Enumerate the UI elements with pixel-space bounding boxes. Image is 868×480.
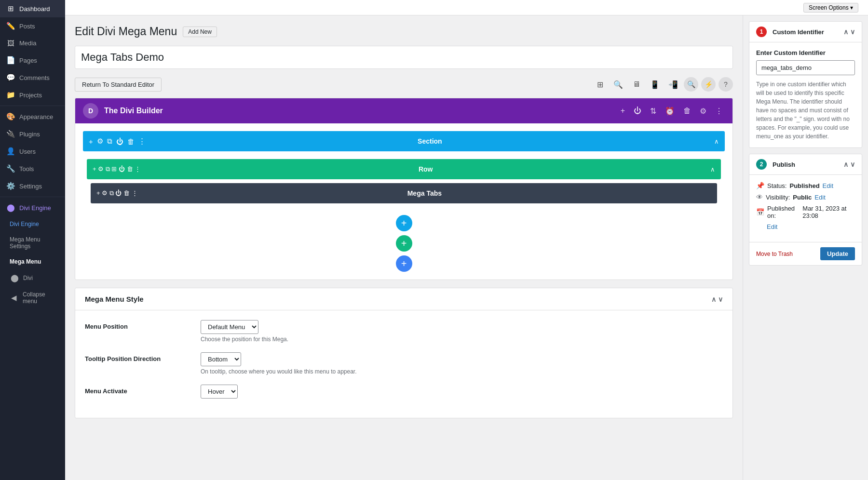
row-add-icon[interactable]: +: [93, 165, 96, 173]
row-duplicate-icon[interactable]: ⧉: [106, 165, 110, 173]
page-header: Edit Divi Mega Menu Add New: [75, 25, 733, 38]
sidebar-item-tools[interactable]: 🔧 Tools: [0, 160, 65, 177]
custom-identifier-box: 1 Custom Identifier ∧ ∨ Enter Custom Ide…: [749, 21, 862, 148]
sidebar-item-dashboard[interactable]: ⊞ Dashboard: [0, 0, 65, 17]
module-more-icon[interactable]: ⋮: [132, 189, 138, 197]
section-trash-icon[interactable]: 🗑: [127, 137, 135, 146]
visibility-icon: 👁: [756, 193, 763, 201]
arrows-icon[interactable]: ⇅: [648, 105, 658, 118]
row-chevron-icon[interactable]: ∧: [710, 166, 715, 173]
tooltip-position-row: Tooltip Position Direction Bottom On too…: [85, 352, 723, 375]
row-columns-icon[interactable]: ⊞: [111, 165, 117, 173]
divi-builder-title: The Divi Builder: [104, 107, 613, 115]
visibility-row: 👁 Visibility: Public Edit: [756, 193, 855, 201]
content-wrap: Edit Divi Mega Menu Add New Return To St…: [65, 15, 868, 480]
grid-icon[interactable]: ⊞: [592, 77, 608, 92]
visibility-edit-link[interactable]: Edit: [814, 194, 825, 201]
sidebar-item-divi-engine[interactable]: ⬤ Divi Engine: [0, 199, 65, 216]
sidebar-item-divi-engine-sub[interactable]: Divi Engine: [0, 216, 65, 232]
sidebar-item-pages[interactable]: 📄 Pages: [0, 52, 65, 69]
tablet-icon[interactable]: 📱: [647, 77, 663, 92]
mega-menu-style-toggle[interactable]: ∧ ∨: [711, 295, 723, 303]
sidebar-collapse-menu[interactable]: ◀ Collapse menu: [0, 287, 65, 309]
sidebar-item-plugins[interactable]: 🔌 Plugins: [0, 125, 65, 143]
sidebar-item-posts[interactable]: ✏️ Posts: [0, 17, 65, 35]
add-circle-2[interactable]: +: [396, 235, 412, 252]
custom-identifier-toggle[interactable]: ∧ ∨: [843, 28, 855, 36]
status-edit-link[interactable]: Edit: [823, 182, 833, 189]
search-icon[interactable]: 🔍: [610, 77, 626, 92]
gear-header-icon[interactable]: ⚙: [698, 105, 708, 118]
section-bar: + ⚙ ⧉ ⏻ 🗑 ⋮ Section ∧: [83, 131, 725, 151]
status-row: 📌 Status: Published Edit: [756, 182, 855, 189]
module-settings-icon[interactable]: ⚙: [102, 189, 108, 197]
sidebar-divider: [0, 106, 65, 106]
module-trash-icon[interactable]: 🗑: [123, 189, 130, 197]
status-icon: 📌: [756, 182, 764, 189]
add-circle-3[interactable]: +: [396, 255, 412, 272]
sidebar-item-users[interactable]: 👤 Users: [0, 143, 65, 160]
circle-icon-1[interactable]: 🔍: [684, 77, 698, 92]
sidebar-item-mega-menu-settings[interactable]: Mega Menu Settings: [0, 232, 65, 254]
dashboard-icon: ⊞: [6, 4, 15, 13]
return-to-standard-editor-button[interactable]: Return To Standard Editor: [75, 78, 162, 92]
editor-toolbar: Return To Standard Editor ⊞ 🔍 🖥 📱 📲 🔍 ⚡ …: [75, 77, 733, 92]
custom-identifier-input[interactable]: [756, 60, 855, 75]
circle-icon-3[interactable]: ?: [719, 77, 733, 92]
publish-box: 2 Publish ∧ ∨ 📌 Status: Published Edit: [749, 154, 862, 266]
sidebar-item-settings[interactable]: ⚙️ Settings: [0, 177, 65, 195]
row-settings-icon[interactable]: ⚙: [98, 165, 104, 173]
chevron-up-ci-icon: ∧: [843, 28, 848, 36]
add-circle-1[interactable]: +: [396, 215, 412, 231]
section-chevron-icon[interactable]: ∧: [714, 138, 719, 145]
mega-menu-style-title: Mega Menu Style: [85, 295, 144, 303]
collapse-icon: ◀: [10, 293, 19, 302]
settings-icon: ⚙️: [6, 182, 15, 190]
clock-icon[interactable]: ⏰: [663, 105, 677, 118]
sidebar-item-divi[interactable]: ⬤ Divi: [0, 269, 65, 287]
sidebar-item-projects[interactable]: 📁 Projects: [0, 86, 65, 104]
row-trash-icon[interactable]: 🗑: [127, 165, 133, 173]
main-content: Screen Options ▾ Edit Divi Mega Menu Add…: [65, 0, 868, 480]
trash-header-icon[interactable]: 🗑: [681, 105, 693, 117]
menu-position-content: Default Menu Choose the position for thi…: [201, 320, 723, 343]
tooltip-position-select[interactable]: Bottom: [201, 352, 241, 366]
page-title: Edit Divi Mega Menu: [75, 25, 177, 38]
circle-icon-2[interactable]: ⚡: [701, 77, 716, 92]
menu-position-select[interactable]: Default Menu: [201, 320, 258, 334]
screen-options-button[interactable]: Screen Options ▾: [803, 3, 858, 13]
section-disable-icon[interactable]: ⏻: [116, 137, 123, 146]
section-duplicate-icon[interactable]: ⧉: [107, 137, 112, 146]
row-more-icon[interactable]: ⋮: [135, 165, 141, 173]
sidebar-item-comments[interactable]: 💬 Comments: [0, 69, 65, 86]
power-icon[interactable]: ⏻: [632, 105, 643, 117]
menu-activate-select[interactable]: Hover: [201, 385, 238, 399]
publish-toggle[interactable]: ∧ ∨: [843, 160, 855, 168]
add-icon[interactable]: +: [619, 105, 627, 117]
divi-sub-icon: ⬤: [10, 274, 19, 282]
published-date-edit-link[interactable]: Edit: [767, 223, 777, 230]
section-settings-icon[interactable]: ⚙: [97, 137, 103, 146]
mobile-icon[interactable]: 📲: [665, 77, 681, 92]
publish-header: 2 Publish ∧ ∨: [749, 154, 862, 175]
add-new-button[interactable]: Add New: [183, 27, 217, 37]
sidebar-item-media[interactable]: 🖼 Media: [0, 35, 65, 52]
section-add-icon[interactable]: +: [89, 137, 93, 146]
sidebar-item-mega-menu[interactable]: Mega Menu: [0, 254, 65, 269]
move-to-trash-link[interactable]: Move to Trash: [756, 251, 793, 257]
section-more-icon[interactable]: ⋮: [138, 137, 146, 146]
update-button[interactable]: Update: [820, 247, 855, 260]
module-disable-icon[interactable]: ⏻: [115, 189, 122, 197]
projects-icon: 📁: [6, 91, 15, 99]
row-disable-icon[interactable]: ⏻: [119, 165, 125, 173]
module-bar: + ⚙ ⧉ ⏻ 🗑 ⋮ Mega Tabs: [91, 183, 717, 203]
desktop-icon[interactable]: 🖥: [629, 77, 644, 92]
module-duplicate-icon[interactable]: ⧉: [109, 189, 114, 197]
dots-header-icon[interactable]: ⋮: [713, 105, 725, 118]
sidebar-item-appearance[interactable]: 🎨 Appearance: [0, 108, 65, 125]
appearance-icon: 🎨: [6, 112, 15, 121]
posts-icon: ✏️: [6, 22, 15, 30]
calendar-icon: 📅: [756, 208, 764, 216]
module-add-icon[interactable]: +: [96, 189, 100, 197]
post-title-input[interactable]: [75, 46, 733, 69]
